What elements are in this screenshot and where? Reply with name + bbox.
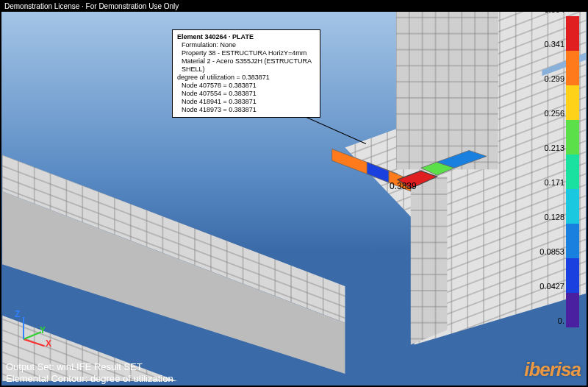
axis-triad[interactable]: X Y Z [7,305,54,352]
contour-label: Elemental Contour: degree of utilization [6,373,173,384]
tooltip-line: Property 38 - ESTRUCTURA HorizY=4mm [177,49,315,57]
axis-y-label: Y [40,325,46,335]
peak-value-label: 0.3839 [390,181,417,191]
legend-seg [566,120,579,155]
tooltip-line: Material 2 - Acero S355J2H (ESTRUCTURA S… [177,57,315,74]
legend-seg [566,258,579,293]
legend-seg [566,155,579,189]
legend-seg [566,189,579,224]
axis-z-label: Z [15,309,20,319]
element-info-tooltip: Element 340264 · PLATE Formulation: None… [172,29,320,118]
legend-seg [566,85,579,120]
tooltip-line: Node 407554 = 0.383871 [177,90,315,98]
color-legend: 0.384 0.341 0.299 0.256 0.213 0.171 0.12… [517,6,582,352]
license-banner: Demonstration License · For Demonstratio… [1,1,587,12]
legend-seg [566,224,579,258]
legend-seg [566,51,579,85]
axis-x-line [24,338,45,347]
axis-z-line [23,317,24,339]
tooltip-line: Node 407578 = 0.383871 [177,82,315,90]
tooltip-line: Node 418973 = 0.383871 [177,106,315,114]
axis-x-label: X [46,338,51,349]
fea-viewport[interactable]: Demonstration License · For Demonstratio… [0,0,588,387]
tooltip-line: Node 418941 = 0.383871 [177,98,315,106]
output-set-label: Output Set: winLIFE Result SET [6,361,143,372]
tooltip-title: Element 340264 · PLATE [177,33,315,41]
legend-seg [566,293,579,327]
tooltip-line: degree of utilization = 0.383871 [177,74,315,82]
legend-seg [566,16,579,51]
legend-colorbar [566,16,579,327]
tooltip-line: Formulation: None [177,41,315,49]
axis-y-line [24,331,42,340]
watermark-logo: iberisa [524,358,581,381]
